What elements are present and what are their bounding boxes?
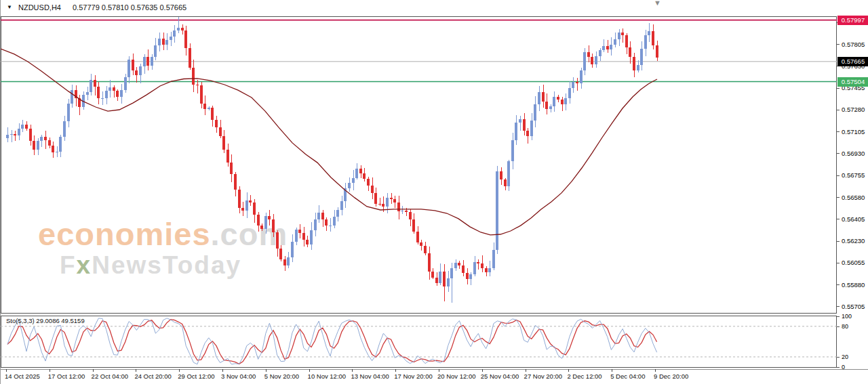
price-tick [837, 241, 840, 242]
stochastic-tick [837, 316, 840, 317]
time-tick [526, 369, 526, 372]
price-tick [837, 306, 840, 307]
symbol-dropdown-icon[interactable]: ▼ [7, 4, 12, 10]
time-tick-label: 17 Nov 20:00 [394, 372, 433, 380]
stochastic-tick [837, 367, 840, 368]
current-price-badge: 0.57665 [837, 57, 868, 66]
time-tick [655, 369, 656, 372]
time-tick [179, 369, 180, 372]
time-tick-label: 20 Nov 12:00 [437, 372, 476, 380]
price-tick [837, 88, 840, 89]
price-tick-label: 0.56230 [842, 237, 865, 244]
time-tick-label: 14 Oct 2025 [5, 372, 40, 380]
price-tick [837, 153, 840, 154]
price-tick-label: 0.56755 [842, 171, 865, 179]
price-tick-label: 0.56580 [842, 194, 865, 201]
price-tick [837, 197, 840, 198]
time-axis[interactable]: 14 Oct 202517 Oct 12:0022 Oct 04:0024 Oc… [1, 369, 868, 384]
price-tick-label: 0.55705 [842, 303, 865, 310]
time-tick [6, 369, 7, 372]
time-tick-label: 13 Nov 04:00 [351, 372, 389, 380]
time-tick-label: 27 Nov 20:00 [524, 372, 563, 380]
time-tick-label: 9 Dec 20:00 [654, 372, 688, 380]
price-tick [837, 175, 840, 176]
price-tick-label: 0.57280 [842, 106, 865, 113]
price-tick [837, 219, 840, 219]
stochastic-tick [837, 326, 840, 327]
moving-average-line [1, 49, 657, 235]
chart-canvas[interactable] [1, 0, 837, 369]
stochastic-tick-label: 80 [842, 323, 848, 330]
last-bar-marker-icon[interactable]: ▼ [654, 0, 661, 7]
stochastic-k-line [7, 318, 657, 364]
time-tick [266, 369, 267, 372]
stochastic-tick-label: 20 [842, 354, 848, 360]
price-tick-label: 0.57805 [842, 41, 865, 48]
time-tick-label: 2 Dec 12:00 [567, 372, 601, 380]
symbol-timeframe-label[interactable]: NZDUSD,H4 [18, 3, 61, 12]
resistance-price-badge: 0.57997 [837, 16, 868, 25]
price-tick-label: 0.56405 [842, 215, 865, 223]
price-tick-label: 0.56930 [842, 150, 865, 157]
time-tick-label: 5 Nov 20:00 [264, 372, 299, 380]
time-tick [352, 369, 353, 372]
price-tick [837, 110, 840, 110]
time-tick-label: 22 Oct 04:00 [92, 372, 128, 380]
chart-header: ▼ NZDUSD,H4 0.57779 0.57810 0.57635 0.57… [1, 0, 837, 16]
stochastic-label: Sto(5,3,3) 29.0086 49.5159 [6, 317, 85, 324]
time-tick-label: 10 Nov 12:00 [308, 372, 347, 380]
price-tick-label: 0.55880 [842, 281, 865, 289]
time-tick-label: 5 Dec 04:00 [610, 372, 645, 380]
price-tick-label: 0.56055 [842, 259, 865, 266]
time-tick-label: 17 Oct 12:00 [48, 372, 85, 380]
ohlc-values: 0.57779 0.57810 0.57635 0.57665 [73, 3, 186, 12]
time-tick-label: 3 Nov 04:00 [221, 372, 256, 380]
time-tick [482, 369, 483, 372]
price-tick [837, 263, 840, 263]
price-tick [837, 44, 840, 45]
price-tick-label: 0.57105 [842, 128, 865, 135]
main-pane-frame [1, 17, 837, 314]
stochastic-tick [837, 357, 840, 358]
support-price-badge: 0.57504 [837, 77, 868, 87]
time-tick [439, 369, 439, 372]
time-tick-label: 24 Oct 20:00 [134, 372, 171, 380]
time-tick [136, 369, 136, 372]
time-tick [222, 369, 223, 372]
time-tick-label: 25 Nov 04:00 [481, 372, 519, 380]
price-tick [837, 284, 840, 285]
time-tick [93, 369, 94, 372]
stochastic-tick-label: 100 [842, 313, 852, 320]
time-tick [612, 369, 612, 372]
trading-chart-window: ▼ NZDUSD,H4 0.57779 0.57810 0.57635 0.57… [0, 0, 868, 384]
time-tick [395, 369, 396, 372]
time-tick [309, 369, 310, 372]
time-tick-label: 29 Oct 12:00 [178, 372, 214, 380]
time-tick [50, 369, 50, 372]
time-tick [568, 369, 569, 372]
price-tick [837, 131, 840, 132]
price-axis[interactable]: 0.57997 0.57665 0.57504 0.579800.578050.… [837, 0, 868, 369]
candles [6, 17, 658, 303]
